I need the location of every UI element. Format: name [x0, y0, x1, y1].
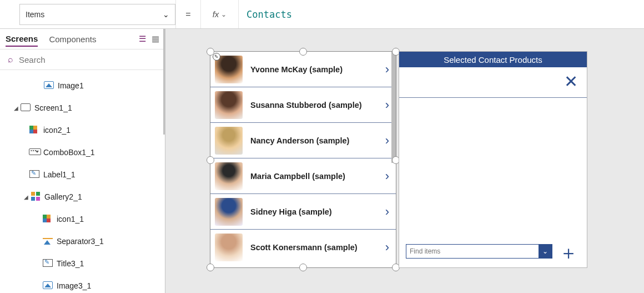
- find-items-input[interactable]: [406, 247, 539, 255]
- icon-control-icon: [29, 126, 39, 133]
- tree-node-label: ComboBox1_1: [43, 148, 95, 157]
- tree-node-label: icon1_1: [57, 215, 84, 224]
- tree-search-input[interactable]: [19, 55, 157, 64]
- separator-icon: [43, 237, 53, 245]
- tree-node-label: Title3_1: [57, 259, 84, 268]
- tab-screens[interactable]: Screens: [6, 32, 38, 47]
- property-dropdown-wrap: Items ⌄: [0, 0, 175, 28]
- fx-dropdown[interactable]: fx ⌄: [201, 0, 239, 28]
- tree-node-icon1[interactable]: icon1_1: [0, 208, 165, 230]
- gallery-item[interactable]: Sidney Higa (sample) ›: [210, 194, 396, 230]
- contact-name: Scott Konersmann (sample): [243, 243, 385, 252]
- close-icon[interactable]: ✕: [564, 72, 578, 91]
- property-dropdown[interactable]: Items ⌄: [19, 4, 175, 25]
- search-icon: ⌕: [8, 54, 13, 64]
- gallery-item[interactable]: Nancy Anderson (sample) ›: [210, 123, 396, 158]
- tree-node-title3[interactable]: Title3_1: [0, 252, 165, 275]
- chevron-down-icon: ⌄: [221, 11, 227, 18]
- tree-node-label: Image3_1: [57, 281, 91, 290]
- icon-control-icon: [43, 215, 53, 222]
- tree-node-label: Gallery2_1: [44, 192, 82, 201]
- chevron-right-icon[interactable]: ›: [385, 133, 391, 148]
- avatar: [215, 91, 243, 119]
- panel-header: Selected Contact Products: [399, 52, 587, 67]
- avatar: [215, 198, 243, 226]
- chevron-down-icon[interactable]: ⌄: [539, 245, 552, 258]
- tree-node-label: Screen1_1: [34, 103, 72, 112]
- chevron-right-icon[interactable]: ›: [385, 205, 391, 219]
- equals-label: =: [175, 0, 201, 28]
- avatar: [215, 56, 243, 83]
- tab-components[interactable]: Components: [49, 32, 96, 46]
- tree-node-separator3[interactable]: Separator3_1: [0, 230, 165, 252]
- gallery-item[interactable]: Maria Campbell (sample) ›: [210, 158, 396, 194]
- image-icon: [44, 81, 54, 89]
- caret-down-icon[interactable]: ◢: [22, 194, 30, 200]
- chevron-right-icon[interactable]: ›: [385, 62, 391, 77]
- tree-node-label: Label1_1: [43, 170, 76, 179]
- contact-name: Yvonne McKay (sample): [243, 65, 385, 74]
- chevron-right-icon[interactable]: ›: [385, 169, 391, 183]
- gallery-item[interactable]: Yvonne McKay (sample) ›: [210, 52, 396, 87]
- contact-name: Nancy Anderson (sample): [243, 136, 385, 145]
- selected-products-panel: Selected Contact Products ✕ ⌄ ＋: [399, 51, 587, 268]
- tree-node-combobox1[interactable]: ComboBox1_1: [0, 141, 165, 163]
- contact-name: Susanna Stubberod (sample): [243, 101, 385, 110]
- screen-icon: [21, 103, 31, 111]
- caret-down-icon[interactable]: ◢: [12, 105, 20, 111]
- design-canvas[interactable]: Yvonne McKay (sample) › Susanna Stubbero…: [165, 29, 644, 293]
- formula-bar: Items ⌄ = fx ⌄ Contacts: [0, 0, 644, 29]
- gallery-control[interactable]: Yvonne McKay (sample) › Susanna Stubbero…: [210, 51, 396, 268]
- tree-node-image3[interactable]: Image3_1: [0, 275, 165, 293]
- tree-node-screen1[interactable]: ◢ Screen1_1: [0, 97, 165, 119]
- tree-node-label: Image1: [58, 81, 84, 90]
- tree-node-image1[interactable]: Image1: [0, 75, 165, 97]
- label-icon: [43, 259, 53, 267]
- gallery-item[interactable]: Susanna Stubberod (sample) ›: [210, 87, 396, 123]
- formula-input[interactable]: Contacts: [239, 0, 644, 28]
- add-icon[interactable]: ＋: [559, 243, 578, 262]
- tree-node-label: icon2_1: [43, 126, 71, 135]
- grid-view-icon[interactable]: ▦: [152, 34, 159, 44]
- contact-name: Sidney Higa (sample): [243, 207, 385, 216]
- image-icon: [43, 281, 53, 289]
- gallery-icon: [31, 192, 40, 201]
- avatar: [215, 162, 243, 190]
- tree-node-icon2[interactable]: icon2_1: [0, 119, 165, 141]
- chevron-right-icon[interactable]: ›: [385, 240, 391, 255]
- find-items-combobox[interactable]: ⌄: [406, 244, 552, 259]
- chevron-right-icon[interactable]: ›: [385, 98, 391, 112]
- combobox-icon: [29, 148, 41, 155]
- fx-icon: fx: [213, 9, 219, 19]
- avatar: [215, 127, 243, 155]
- divider: [399, 97, 587, 98]
- tree-node-gallery2[interactable]: ◢ Gallery2_1: [0, 186, 165, 208]
- property-dropdown-label: Items: [26, 10, 44, 19]
- scrollbar[interactable]: [391, 52, 396, 163]
- contact-name: Maria Campbell (sample): [243, 172, 385, 181]
- tree-node-label1[interactable]: Label1_1: [0, 163, 165, 186]
- tree-options-icon[interactable]: ☰: [139, 34, 146, 44]
- tree-panel: Screens Components ☰ ▦ ⌕ Image1 ◢ Screen…: [0, 29, 165, 293]
- tree-node-label: Separator3_1: [57, 237, 104, 246]
- label-icon: [29, 170, 39, 178]
- avatar: [215, 234, 243, 261]
- chevron-down-icon: ⌄: [163, 10, 169, 19]
- gallery-item[interactable]: Scott Konersmann (sample) ›: [210, 230, 396, 265]
